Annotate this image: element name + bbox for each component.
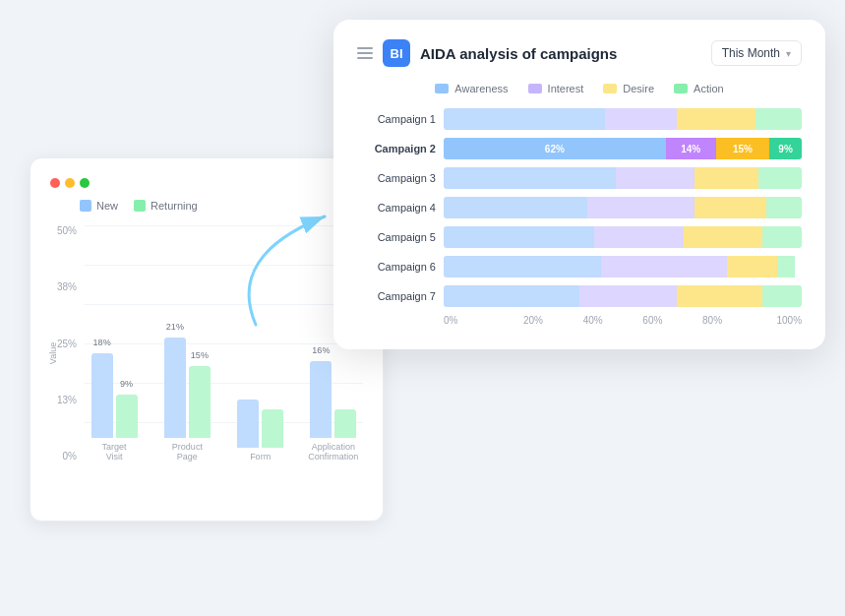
campaign-4-label: Campaign 4 [357, 202, 436, 214]
x-tick-60: 60% [623, 315, 683, 326]
seg-desire-6 [727, 256, 777, 277]
seg-action-2: 9% [769, 138, 802, 159]
campaign-6-bar [444, 256, 802, 277]
campaign-2-label: Campaign 2 [357, 143, 436, 154]
seg-action-4 [766, 197, 802, 218]
campaign-1-label: Campaign 1 [357, 113, 436, 125]
bar-new-application: 16% [310, 361, 332, 438]
interest-label: Interest [548, 83, 584, 94]
seg-interest-7 [579, 285, 676, 307]
seg-action-5 [762, 226, 802, 248]
background-bar-chart-card: New Returning Value 50% 38% 25% 13% 0% 1… [30, 157, 384, 522]
bar-new-target: 18% [91, 353, 113, 438]
seg-awareness-1 [444, 108, 605, 130]
legend-returning-label: Returning [151, 200, 198, 212]
x-label-form: Form [250, 452, 271, 462]
seg-awareness-3 [444, 167, 616, 189]
x-label-target: TargetVisit [102, 442, 127, 462]
campaign-row-2: Campaign 2 62% 14% 15% 9% [357, 138, 802, 159]
seg-awareness-4 [444, 197, 587, 218]
seg-desire-2: 15% [716, 138, 770, 159]
window-controls [50, 178, 363, 188]
campaign-2-bar: 62% 14% 15% 9% [444, 138, 802, 159]
bar-group-product-page: 21% 15% ProductPage [157, 225, 216, 462]
action-label: Action [694, 83, 724, 94]
x-tick-0: 0% [444, 315, 504, 326]
campaign-1-bar [444, 108, 802, 130]
seg-action-6 [777, 256, 795, 277]
seg-interest-4 [587, 197, 694, 218]
seg-awareness-6 [444, 256, 601, 277]
seg-awareness-2: 62% [444, 138, 666, 159]
legend-new-color [80, 200, 91, 212]
x-tick-100: 100% [742, 315, 802, 326]
aida-legend: Awareness Interest Desire Action [357, 83, 802, 94]
campaign-row-4: Campaign 4 [357, 197, 802, 218]
campaign-5-label: Campaign 5 [357, 231, 436, 243]
seg-desire-1 [677, 108, 755, 130]
campaign-7-bar [444, 285, 802, 307]
campaign-6-label: Campaign 6 [357, 261, 436, 273]
bar-returning-target: 9% [116, 395, 138, 438]
seg-desire-4 [694, 197, 766, 218]
seg-action-3 [758, 167, 802, 189]
campaign-row-6: Campaign 6 [357, 256, 802, 277]
y-axis-title: Value [48, 342, 58, 364]
campaign-7-label: Campaign 7 [357, 290, 436, 302]
seg-action-7 [762, 285, 802, 307]
legend-action: Action [674, 83, 724, 94]
campaign-row-7: Campaign 7 [357, 285, 802, 307]
awareness-color-box [435, 84, 449, 93]
desire-label: Desire [623, 83, 654, 94]
x-tick-80: 80% [683, 315, 743, 326]
x-tick-20: 20% [504, 315, 564, 326]
seg-awareness-5 [444, 226, 594, 248]
legend-returning: Returning [134, 200, 198, 212]
legend-awareness: Awareness [435, 83, 508, 94]
chevron-down-icon: ▾ [786, 48, 791, 59]
bg-bars-container: 18% 9% TargetVisit 21% 15% [85, 225, 363, 481]
campaign-row-5: Campaign 5 [357, 226, 802, 248]
seg-interest-6 [601, 256, 726, 277]
expand-dot [80, 178, 90, 188]
dropdown-label: This Month [722, 46, 780, 60]
bar-new-form [237, 400, 259, 448]
bar-group-target-visit: 18% 9% TargetVisit [85, 225, 144, 462]
bar-group-form: Form [231, 225, 290, 462]
seg-interest-2: 14% [666, 138, 716, 159]
seg-desire-7 [677, 285, 762, 307]
bar-returning-form [262, 409, 283, 448]
seg-desire-5 [684, 226, 762, 248]
month-dropdown[interactable]: This Month ▾ [711, 40, 802, 66]
seg-interest-1 [605, 108, 677, 130]
bg-legend: New Returning [80, 200, 363, 212]
action-color-box [674, 84, 688, 93]
aida-main-card: BI AIDA analysis of campaigns This Month… [333, 20, 825, 349]
seg-interest-5 [594, 226, 684, 248]
legend-new: New [80, 200, 118, 212]
minimize-dot [65, 178, 75, 188]
campaign-3-label: Campaign 3 [357, 172, 436, 184]
seg-action-1 [755, 108, 802, 130]
hamburger-icon[interactable] [357, 47, 373, 59]
legend-returning-color [134, 200, 146, 212]
bi-logo: BI [383, 39, 410, 67]
legend-interest: Interest [528, 83, 584, 94]
aida-chart: Campaign 1 Campaign 2 62% 14% 15% 9% Cam… [357, 108, 802, 326]
aida-x-axis: 0% 20% 40% 60% 80% 100% [444, 315, 802, 326]
card-header: BI AIDA analysis of campaigns This Month… [357, 39, 802, 67]
bar-new-product: 21% [164, 338, 186, 438]
campaign-row-3: Campaign 3 [357, 167, 802, 189]
campaign-5-bar [444, 226, 802, 248]
x-label-application: ApplicationConfirmation [308, 442, 358, 462]
legend-desire: Desire [603, 83, 654, 94]
campaign-4-bar [444, 197, 802, 218]
card-title: AIDA analysis of campaigns [420, 45, 617, 62]
awareness-label: Awareness [454, 83, 508, 94]
seg-desire-3 [694, 167, 759, 189]
x-label-product: ProductPage [172, 442, 203, 462]
campaign-3-bar [444, 167, 802, 189]
card-header-left: BI AIDA analysis of campaigns [357, 39, 617, 67]
desire-color-box [603, 84, 617, 93]
campaign-row-1: Campaign 1 [357, 108, 802, 130]
